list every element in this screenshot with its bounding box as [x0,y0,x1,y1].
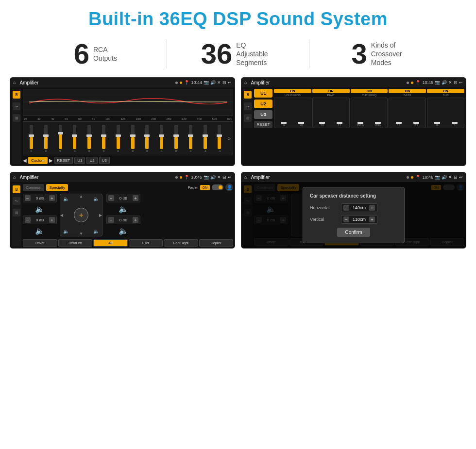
rearleft-btn[interactable]: RearLeft [58,239,93,247]
eq-custom-btn[interactable]: Custom [28,157,48,164]
slider-9[interactable]: 0 [140,125,154,152]
db2-minus[interactable]: − [25,217,31,223]
eq-icon[interactable]: 🎚 [13,91,20,99]
time-2: 10:45 [422,80,433,85]
back-icon-4[interactable]: ↩ [459,175,463,180]
eq-reset-btn[interactable]: RESET [54,157,73,164]
time-3: 10:46 [191,175,202,180]
loudness-on-btn[interactable]: ON [274,89,311,93]
minimize-icon-1[interactable]: ⊟ [222,80,226,85]
stat-eq-number: 36 [201,40,233,68]
user-btn[interactable]: User [129,239,163,247]
loudness-label: LOUDNESS [274,94,311,97]
horizontal-minus[interactable]: − [343,205,349,211]
fader-toggle-switch[interactable] [212,184,223,190]
wave-icon-2[interactable]: 〜 [244,102,252,110]
sub-label: SUB [427,94,464,97]
slider-13[interactable]: -1 [198,125,212,152]
channels-area: ON LOUDNESS ON PHAT ON CUT FREQ [274,89,464,128]
eq-icon-2[interactable]: 🎚 [244,91,252,99]
slider-12[interactable]: 0 [184,125,198,152]
home-icon[interactable]: ⌂ [13,80,16,85]
slider-11[interactable]: 0 [169,125,183,152]
phat-on-btn[interactable]: ON [312,89,350,93]
reset-btn-crossover[interactable]: RESET [254,121,272,128]
minimize-icon-3[interactable]: ⊟ [222,175,226,180]
back-icon-3[interactable]: ↩ [228,175,232,180]
db-row-2: − 0 dB + [23,216,57,224]
slider-1[interactable]: 0 [24,125,38,152]
home-icon-4[interactable]: ⌂ [244,175,247,180]
home-icon-2[interactable]: ⌂ [244,80,247,85]
slider-14[interactable]: -1 [213,125,227,152]
slider-5[interactable]: 0 [82,125,96,152]
slider-10[interactable]: 0 [154,125,169,152]
screen-fader: ⌂ Amplifier 📍 10:46 📷 🔊 ✕ ⊟ ↩ 🎚 〜 ⊞ [10,172,235,249]
stats-row: 6 RCAOutputs 36 EQ AdjustableSegments 3 … [0,34,476,77]
slider-6[interactable]: 0 [97,125,111,152]
eq-next-btn[interactable]: ▶ [49,158,53,163]
rearright-btn[interactable]: RearRight [164,239,198,247]
db3-plus[interactable]: + [133,195,138,201]
back-icon-2[interactable]: ↩ [459,80,463,85]
db4-plus[interactable]: + [133,217,138,223]
location-icon-2: 📍 [415,80,421,85]
slider-4[interactable]: 0 [68,125,82,152]
u1-btn[interactable]: U1 [254,89,272,98]
speaker-icon-3[interactable]: ⊞ [13,209,20,216]
confirm-button[interactable]: Confirm [337,228,370,237]
horizontal-label: Horizontal [310,205,339,210]
u2-btn[interactable]: U2 [254,100,272,108]
fader-on-toggle[interactable]: ON [200,185,210,190]
minimize-icon-2[interactable]: ⊟ [454,80,458,85]
sub-on-btn[interactable]: ON [427,89,464,93]
status-dot-6 [180,176,182,179]
db4-minus[interactable]: − [108,217,114,223]
vertical-plus[interactable]: + [369,216,375,222]
fader-tabs: Common Specialty Fader ON 👤 [23,183,233,191]
db1-minus[interactable]: − [25,195,31,201]
home-icon-3[interactable]: ⌂ [13,175,16,180]
eq-u3-btn[interactable]: U3 [99,157,110,164]
vertical-minus[interactable]: − [343,216,349,222]
ch-bass: ON BASS [389,89,426,97]
eq-icon-3[interactable]: 🎚 [13,185,20,193]
profile-icon[interactable]: 👤 [225,183,233,191]
db2-plus[interactable]: + [49,217,55,223]
db1-plus[interactable]: + [49,195,55,201]
status-icons-2: 📍 10:45 📷 🔊 ✕ ⊟ ↩ [415,80,463,85]
tab-common-3[interactable]: Common [23,184,44,191]
speaker-split-icon[interactable]: ⊞ [13,114,20,122]
eq-prev-btn[interactable]: ◀ [23,158,27,163]
close-icon-3[interactable]: ✕ [217,175,221,180]
status-bar-2: ⌂ Amplifier 📍 10:45 📷 🔊 ✕ ⊟ ↩ [241,78,466,87]
tab-specialty-3[interactable]: Specialty [46,184,68,191]
cutfreq-on-btn[interactable]: ON [351,89,388,93]
status-dot-4 [411,82,413,84]
close-icon-2[interactable]: ✕ [448,80,452,85]
u3-btn[interactable]: U3 [254,110,272,119]
close-icon-1[interactable]: ✕ [217,80,221,85]
wave-icon-3[interactable]: 〜 [13,197,20,205]
slider-3[interactable]: 5 [53,125,68,152]
wave-icon[interactable]: 〜 [13,102,20,110]
status-icons-3: 📍 10:46 📷 🔊 ✕ ⊟ ↩ [184,175,232,180]
copilot-btn[interactable]: Copilot [199,239,234,247]
eq-u2-btn[interactable]: U2 [86,157,97,164]
scroll-right-icon[interactable]: » [227,136,232,141]
location-icon-4: 📍 [415,175,421,180]
all-btn[interactable]: All [93,239,128,247]
bass-on-btn[interactable]: ON [389,89,426,93]
slider-8[interactable]: 0 [126,125,140,152]
db3-minus[interactable]: − [108,195,114,201]
eq-u1-btn[interactable]: U1 [74,157,85,164]
driver-btn[interactable]: Driver [23,239,57,247]
minimize-icon-4[interactable]: ⊟ [454,175,458,180]
horizontal-plus[interactable]: + [369,205,375,211]
speaker-icon-2[interactable]: ⊞ [244,114,252,122]
slider-2[interactable]: 0 [39,125,53,152]
slider-7[interactable]: 0 [111,125,125,152]
close-icon-4[interactable]: ✕ [448,175,452,180]
back-icon-1[interactable]: ↩ [228,80,232,85]
crossover-icon-bar: 🎚 〜 ⊞ [243,89,253,128]
